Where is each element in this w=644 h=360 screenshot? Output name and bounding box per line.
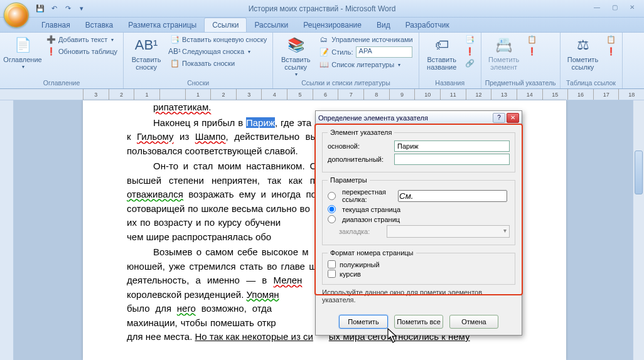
- tab-insert[interactable]: Вставка: [78, 18, 121, 32]
- mark-entry-button[interactable]: 📇Пометить элемент: [485, 34, 523, 72]
- tab-developer[interactable]: Разработчик: [398, 18, 457, 32]
- cross-ref-label: перекрестная ссылка:: [342, 188, 394, 203]
- next-footnote-button[interactable]: AB¹Следующая сноска▾: [168, 46, 269, 57]
- window-title: История моих странствий - Microsoft Word: [0, 4, 644, 13]
- current-page-label: текущая страница: [342, 206, 400, 213]
- biblio-icon: 📖: [319, 60, 329, 70]
- current-page-radio[interactable]: [328, 205, 336, 213]
- group-toc-label: Оглавление: [4, 78, 119, 87]
- page-range-label: диапазон страниц: [342, 216, 400, 223]
- ribbon: 📄Оглавление▾ ➕Добавить текст▾ ❗Обновить …: [0, 33, 644, 89]
- caption-extra-2[interactable]: ❗: [463, 46, 477, 57]
- dialog-title: Определение элемента указателя: [318, 114, 493, 122]
- mark-citation-icon: ⚖: [573, 35, 593, 55]
- group-toa-label: Таблица ссылок: [564, 78, 618, 87]
- close-button[interactable]: ✕: [624, 1, 640, 13]
- manage-sources-button[interactable]: 🗂Управление источниками: [317, 34, 414, 45]
- quick-access-toolbar: 💾 ↶ ↷ ▾: [34, 3, 88, 15]
- tab-mailings[interactable]: Рассылки: [247, 18, 296, 32]
- mark-entry-label: Пометить элемент: [486, 56, 522, 71]
- toc-icon: 📄: [13, 35, 33, 55]
- bookmark-label: закладка:: [339, 228, 383, 235]
- index-entry-group: Элемент указателя основной: дополнительн…: [322, 129, 515, 172]
- ribbon-tabs: Главная Вставка Разметка страницы Ссылки…: [0, 18, 644, 33]
- index-entry-legend: Элемент указателя: [328, 129, 394, 136]
- caption-extra-1[interactable]: 📑: [463, 34, 477, 45]
- mark-index-entry-dialog: Определение элемента указателя ? ✕ Элеме…: [315, 110, 522, 336]
- save-icon[interactable]: 💾: [34, 3, 46, 15]
- group-index-label: Предметный указатель: [485, 78, 556, 87]
- cross-ref-input[interactable]: [398, 190, 507, 202]
- caption-extra-3[interactable]: 🔗: [463, 58, 477, 69]
- index-extra-2[interactable]: ❗: [525, 46, 539, 57]
- options-group: Параметры перекрестная ссылка: текущая с…: [322, 176, 515, 245]
- update-toc-button[interactable]: ❗Обновить таблицу: [44, 46, 119, 57]
- caption-icon: 🏷: [432, 35, 452, 55]
- show-icon: 📋: [169, 58, 180, 68]
- insert-footnote-button[interactable]: AB¹Вставить сноску: [127, 34, 165, 72]
- index-extra-1[interactable]: 📋: [525, 34, 539, 45]
- add-text-icon: ➕: [46, 34, 56, 45]
- show-footnotes-button[interactable]: 📋Показать сноски: [168, 58, 269, 69]
- insert-caption-button[interactable]: 🏷Вставить название: [423, 34, 461, 72]
- horizontal-ruler[interactable]: 321123456789101112131415161718: [0, 89, 644, 100]
- bold-label: полужирный: [340, 261, 380, 268]
- main-entry-input[interactable]: [394, 140, 510, 152]
- qat-more-icon[interactable]: ▾: [75, 3, 88, 15]
- tab-view[interactable]: Вид: [369, 18, 398, 32]
- sub-entry-label: дополнительный:: [328, 156, 390, 163]
- vertical-ruler[interactable]: [0, 100, 14, 360]
- sub-entry-input[interactable]: [394, 154, 510, 165]
- bookmark-combo[interactable]: [387, 225, 510, 238]
- group-captions-label: Названия: [423, 78, 477, 87]
- toc-button[interactable]: 📄Оглавление▾: [4, 34, 41, 71]
- toa-extra-2[interactable]: ❗: [604, 46, 618, 57]
- cross-ref-radio[interactable]: [328, 192, 336, 200]
- main-entry-label: основной:: [328, 142, 390, 150]
- toa-extra-1[interactable]: 📋: [604, 34, 618, 45]
- selected-text: Париж: [246, 117, 275, 128]
- page-range-radio[interactable]: [328, 215, 336, 223]
- insert-citation-button[interactable]: 📚Вставить ссылку▾: [277, 34, 314, 78]
- add-text-button[interactable]: ➕Добавить текст▾: [44, 34, 119, 45]
- insert-endnote-button[interactable]: 📑Вставить концевую сноску: [168, 34, 269, 45]
- doc-text: Наконец я прибыл в: [153, 117, 246, 128]
- cancel-button[interactable]: Отмена: [449, 315, 498, 329]
- italic-label: курсив: [340, 270, 361, 278]
- style-icon: 📝: [319, 47, 329, 57]
- redo-icon[interactable]: ↷: [62, 3, 74, 15]
- page-format-group: Формат номера страницы полужирный курсив: [322, 249, 515, 285]
- tab-home[interactable]: Главная: [34, 18, 78, 32]
- group-footnotes-label: Сноски: [127, 78, 269, 87]
- tab-references[interactable]: Ссылки: [204, 18, 247, 32]
- dialog-help-button[interactable]: ?: [493, 113, 505, 123]
- citation-icon: 📚: [286, 35, 306, 55]
- minimize-button[interactable]: —: [589, 1, 605, 13]
- undo-icon[interactable]: ↶: [48, 3, 60, 15]
- bold-checkbox[interactable]: [328, 260, 336, 268]
- vertical-scrollbar[interactable]: [633, 100, 644, 360]
- style-combo[interactable]: APA: [356, 46, 412, 58]
- tab-layout[interactable]: Разметка страницы: [121, 18, 204, 32]
- manage-icon: 🗂: [319, 34, 329, 45]
- maximize-button[interactable]: ▢: [606, 1, 623, 13]
- footnote-label: Вставить сноску: [129, 56, 164, 71]
- italic-checkbox[interactable]: [328, 270, 336, 278]
- footnote-icon: AB¹: [136, 35, 156, 55]
- next-footnote-icon: AB¹: [169, 46, 180, 56]
- dialog-hint: Используйте данное окно для пометки элем…: [322, 289, 515, 304]
- citation-style-row: 📝Стиль: APA: [317, 46, 414, 58]
- toc-label: Оглавление: [3, 56, 41, 63]
- office-button[interactable]: [4, 3, 29, 28]
- bibliography-button[interactable]: 📖Список литературы▾: [317, 59, 414, 70]
- mark-all-button[interactable]: Пометить все: [394, 315, 443, 329]
- caption-label: Вставить название: [424, 56, 459, 71]
- mark-citation-button[interactable]: ⚖Пометить ссылку: [564, 34, 602, 72]
- scrollbar-thumb[interactable]: [635, 151, 643, 194]
- dialog-close-button[interactable]: ✕: [507, 113, 519, 123]
- tab-review[interactable]: Рецензирование: [296, 18, 369, 32]
- dialog-titlebar[interactable]: Определение элемента указателя ? ✕: [316, 111, 522, 125]
- mark-button[interactable]: Пометить: [339, 315, 388, 329]
- endnote-icon: 📑: [169, 34, 180, 45]
- citation-label: Вставить ссылку: [278, 56, 313, 71]
